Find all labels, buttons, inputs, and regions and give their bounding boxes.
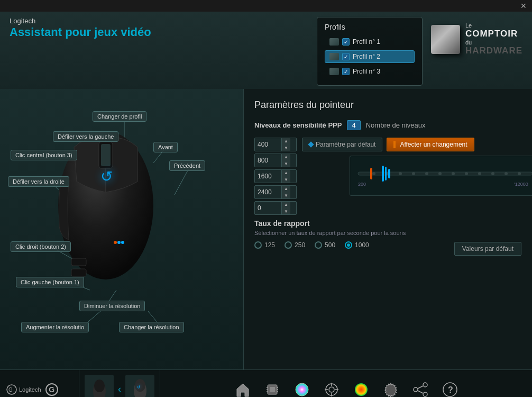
radio-250[interactable]: 250 [285,241,305,249]
svg-point-54 [296,383,308,396]
dpi-up-2[interactable]: ▲ [282,154,290,160]
svg-line-66 [418,386,423,389]
orange-bar-icon [393,141,396,148]
dpi-spinner-3[interactable]: ▲ ▼ [254,169,297,183]
btn-apply-label: Affecter un changement [400,141,467,148]
label-avant[interactable]: Avant [153,142,178,152]
svg-text:↺: ↺ [137,385,141,390]
radio-circle-125[interactable] [254,241,262,249]
svg-point-64 [414,387,418,392]
label-changer-resolution[interactable]: Changer la résolution [119,322,184,332]
g-badge: G [45,383,58,396]
target-icon-btn[interactable] [318,376,345,398]
logo-comptoir: COMPTOIR [465,29,522,39]
bottom-left: G Logitech G [0,370,79,397]
dpi-spinner-4[interactable]: ▲ ▼ [254,185,297,199]
brand-subtitle: Assistant pour jeux vidéo [10,25,151,39]
btn-valeurs-defaut[interactable]: Valeurs par défaut [454,242,521,256]
dpi-spinner-5[interactable]: ▲ ▼ [254,201,297,215]
dpi-down-5[interactable]: ▼ [282,208,290,215]
settings-icon-btn[interactable] [378,376,404,398]
svg-point-29 [478,172,481,175]
dpi-spinner-1[interactable]: ▲ ▼ [254,138,297,151]
dpi-level-num[interactable]: 4 [347,120,360,130]
dpi-input-4[interactable] [255,187,281,197]
logitech-brand: Logitech [19,386,41,393]
dpi-up-4[interactable]: ▲ [282,185,290,192]
radio-1000[interactable]: 1000 [345,241,369,249]
brand-title: Logitech [10,17,151,25]
dpi-down-3[interactable]: ▼ [282,176,290,183]
dpi-spinners: ▲ ▼ ▲ ▼ ▲ ▼ [254,138,297,215]
cpu-icon-btn[interactable] [259,376,286,398]
btn-default-param[interactable]: Paramètre par défaut [302,138,382,151]
svg-point-28 [465,172,468,175]
dpi-slider-svg[interactable]: 200 '12000 [355,161,532,188]
profile-icon-1 [329,38,339,46]
radio-label-1000: 1000 [355,241,369,249]
label-precedent[interactable]: Précédent [169,160,205,171]
svg-rect-19 [71,269,86,276]
diamond-icon [308,141,314,147]
dpi-input-1[interactable] [255,140,281,149]
radio-circle-500[interactable] [315,241,322,249]
bottom-mice: ‹ ↺ [79,370,160,397]
profile-checkbox-2[interactable] [342,53,350,60]
svg-rect-33 [370,168,372,179]
dpi-down-4[interactable]: ▼ [282,192,290,199]
btn-apply[interactable]: Affecter un changement [387,138,474,151]
brand-area: Logitech Assistant pour jeux vidéo [10,17,151,39]
help-icon-btn[interactable]: ? [437,376,463,398]
svg-point-23 [399,172,402,175]
profile-item-1[interactable]: Profil n° 1 [325,35,415,48]
share-icon-btn[interactable] [407,376,434,398]
dpi-up-3[interactable]: ▲ [282,169,290,176]
mouse-thumb-2[interactable]: ↺ [125,375,154,397]
label-augmenter-resolution[interactable]: Augmenter la résolutio [21,322,89,332]
logo-cube [431,25,460,54]
profile-checkbox-1[interactable] [342,38,350,46]
label-diminuer-resolution[interactable]: Diminuer la résolution [79,301,145,311]
dpi-up-1[interactable]: ▲ [282,138,290,145]
profile-item-2[interactable]: Profil n° 2 [325,50,415,63]
dpi-input-3[interactable] [255,172,281,181]
svg-point-63 [423,383,427,387]
dpi-input-2[interactable] [255,156,281,165]
radio-circle-250[interactable] [285,241,292,249]
dpi-down-1[interactable]: ▼ [282,145,290,151]
dpi-input-5[interactable] [255,203,281,213]
svg-point-25 [425,172,428,175]
heatmap-icon-btn[interactable] [348,376,374,398]
svg-point-24 [412,172,415,175]
radio-circle-1000[interactable] [345,241,352,249]
label-clic-droit[interactable]: Clic droit (bouton 2) [11,241,71,252]
profile-item-3[interactable]: Profil n° 3 [325,65,415,78]
radio-500[interactable]: 500 [315,241,335,249]
dpi-down-2[interactable]: ▼ [282,160,290,167]
label-clic-gauche[interactable]: Clic gauche (bouton 1) [16,277,84,287]
svg-text:'12000: '12000 [514,182,528,187]
heatmap-icon [352,381,370,398]
profile-icon-2 [329,53,339,60]
light-icon-btn[interactable] [289,376,315,398]
close-button[interactable]: ✕ [518,2,529,10]
radio-125[interactable]: 125 [254,241,275,249]
profile-label-2: Profil n° 2 [353,53,380,60]
label-clic-central[interactable]: Clic central (bouton 3) [11,150,77,160]
profile-checkbox-3[interactable] [342,68,350,75]
dpi-header-label: Niveaux de sensibilité PPP [254,121,342,129]
profiles-title: Profils [325,23,415,31]
nav-arrow-left[interactable]: ‹ [116,384,123,395]
logitech-icon: G [6,384,17,395]
home-icon-btn[interactable] [230,376,256,398]
svg-point-15 [114,241,117,244]
label-changer-profil[interactable]: Changer de profil [93,111,146,122]
dpi-spinner-2[interactable]: ▲ ▼ [254,154,297,167]
dpi-up-5[interactable]: ▲ [282,201,290,208]
logitech-logo: G Logitech [6,384,41,395]
light-icon [293,381,311,398]
svg-line-67 [418,391,423,393]
mouse-thumb-1[interactable] [85,375,114,397]
label-defiler-droite[interactable]: Défiler vers la droite [8,176,69,187]
label-defiler-gauche[interactable]: Défiler vers la gauche [53,131,118,142]
